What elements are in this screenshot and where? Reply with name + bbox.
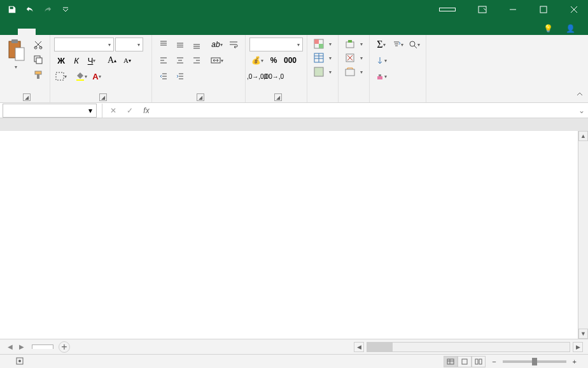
align-top-button[interactable] — [156, 37, 171, 51]
sheet-tab[interactable] — [32, 344, 53, 349]
tab-formulas[interactable] — [71, 29, 89, 35]
autosum-button[interactable]: Σ▾ — [374, 37, 389, 51]
status-bar: − + — [0, 354, 588, 368]
enter-formula-button[interactable]: ✓ — [122, 104, 138, 118]
fill-color-button[interactable]: ▾ — [74, 69, 88, 83]
percent-button[interactable]: % — [266, 53, 281, 67]
format-painter-button[interactable] — [31, 68, 46, 82]
insert-function-button[interactable]: fx — [138, 104, 155, 118]
underline-button[interactable]: Ч▾ — [85, 53, 99, 67]
horizontal-scrollbar[interactable] — [367, 342, 570, 352]
expand-formula-bar-button[interactable]: ⌄ — [575, 106, 588, 115]
copy-button[interactable] — [31, 53, 46, 67]
cut-button[interactable] — [31, 37, 46, 51]
new-sheet-button[interactable]: + — [59, 341, 70, 353]
format-cells-button[interactable]: ▾ — [342, 65, 365, 78]
insert-cells-button[interactable]: ▾ — [342, 37, 365, 50]
svg-rect-6 — [11, 39, 18, 43]
merge-button[interactable]: ▾ — [209, 53, 225, 67]
qat-customize-button[interactable] — [57, 2, 74, 17]
signin-button[interactable] — [439, 8, 456, 11]
cancel-formula-button[interactable]: ✕ — [105, 104, 122, 118]
save-button[interactable] — [4, 2, 20, 17]
collapse-ribbon-button[interactable] — [574, 88, 585, 100]
svg-line-56 — [414, 46, 417, 48]
font-dialog-launcher[interactable]: ◢ — [99, 93, 107, 101]
group-alignment: ab▾ ▾ ◢ — [152, 35, 246, 102]
ribbon-display-options-button[interactable] — [468, 0, 496, 18]
sheet-tab-bar: ◀ ▶ + ◀ ▶ — [0, 339, 588, 354]
redo-button[interactable] — [39, 2, 56, 17]
minimize-button[interactable] — [499, 0, 527, 18]
orientation-button[interactable]: ab▾ — [209, 37, 225, 51]
tab-file[interactable] — [0, 29, 18, 35]
vertical-scrollbar[interactable]: ▲ ▼ — [578, 131, 588, 339]
paste-button[interactable]: ▾ — [4, 37, 28, 71]
find-select-button[interactable]: ▾ — [407, 37, 422, 51]
normal-view-button[interactable] — [444, 356, 458, 367]
align-middle-button[interactable] — [172, 37, 188, 51]
decrease-decimal-button[interactable]: ,00→,0 — [266, 69, 281, 83]
number-format-combo[interactable]: ▾ — [249, 37, 303, 51]
bold-button[interactable]: Ж — [54, 53, 68, 67]
share-button[interactable]: 👤 — [562, 22, 582, 35]
tell-me-button[interactable]: 💡 — [540, 22, 559, 35]
align-center-button[interactable] — [172, 53, 188, 67]
align-left-button[interactable] — [156, 53, 171, 67]
worksheet-grid[interactable]: ▲ ▼ — [0, 118, 588, 339]
close-button[interactable] — [560, 0, 588, 18]
borders-button[interactable]: ▾ — [54, 69, 68, 83]
tab-insert[interactable] — [36, 29, 53, 35]
tab-scroll-right-button[interactable]: ▶ — [17, 343, 27, 350]
italic-button[interactable]: К — [69, 53, 83, 67]
format-as-table-button[interactable]: ▾ — [311, 51, 334, 64]
align-right-button[interactable] — [189, 53, 204, 67]
scroll-up-button[interactable]: ▲ — [578, 131, 588, 141]
clipboard-dialog-launcher[interactable]: ◢ — [23, 93, 31, 101]
hscroll-left-button[interactable]: ◀ — [354, 342, 364, 352]
tab-help[interactable] — [143, 29, 160, 35]
align-bottom-button[interactable] — [189, 37, 204, 51]
zoom-out-button[interactable]: − — [492, 358, 496, 365]
font-color-button[interactable]: A▾ — [90, 69, 104, 83]
cell-styles-button[interactable]: ▾ — [311, 65, 334, 78]
comma-style-button[interactable]: 000 — [283, 53, 298, 67]
hscroll-right-button[interactable]: ▶ — [573, 342, 583, 352]
sort-filter-button[interactable]: ▾ — [390, 37, 405, 51]
increase-decimal-button[interactable]: ,0→,00 — [249, 69, 265, 83]
font-name-combo[interactable]: ▾ — [54, 37, 114, 51]
zoom-slider[interactable] — [503, 360, 566, 363]
clear-button[interactable]: ▾ — [374, 69, 389, 83]
macro-record-icon[interactable] — [15, 357, 24, 367]
svg-rect-54 — [346, 69, 354, 76]
decrease-indent-button[interactable] — [156, 69, 171, 83]
tab-data[interactable] — [89, 29, 107, 35]
group-number: ▾ 💰▾ % 000 ,0→,00 ,00→,0 ◢ — [246, 35, 307, 102]
zoom-in-button[interactable]: + — [573, 358, 577, 365]
window-controls — [439, 0, 588, 18]
page-break-view-button[interactable] — [472, 356, 486, 367]
delete-cells-button[interactable]: ▾ — [342, 51, 365, 64]
conditional-formatting-button[interactable]: ▾ — [311, 37, 334, 50]
number-dialog-launcher[interactable]: ◢ — [274, 93, 282, 101]
insert-cells-icon — [345, 39, 355, 49]
tab-page-layout[interactable] — [53, 29, 71, 35]
svg-rect-58 — [379, 74, 381, 76]
tab-home[interactable] — [18, 29, 36, 35]
tab-review[interactable] — [107, 29, 125, 35]
decrease-font-button[interactable]: A▾ — [120, 53, 134, 67]
tab-scroll-left-button[interactable]: ◀ — [5, 343, 15, 350]
undo-button[interactable] — [22, 2, 38, 17]
scroll-down-button[interactable]: ▼ — [578, 329, 588, 339]
name-box[interactable]: ▾ — [3, 104, 97, 118]
alignment-dialog-launcher[interactable]: ◢ — [197, 93, 204, 101]
page-layout-view-button[interactable] — [458, 356, 472, 367]
tab-view[interactable] — [125, 29, 143, 35]
accounting-format-button[interactable]: 💰▾ — [249, 53, 265, 67]
maximize-button[interactable] — [529, 0, 557, 18]
wrap-text-button[interactable] — [226, 37, 241, 51]
increase-font-button[interactable]: A▴ — [105, 53, 119, 67]
font-size-combo[interactable]: ▾ — [115, 37, 143, 51]
fill-button[interactable]: ▾ — [374, 53, 389, 67]
increase-indent-button[interactable] — [172, 69, 188, 83]
